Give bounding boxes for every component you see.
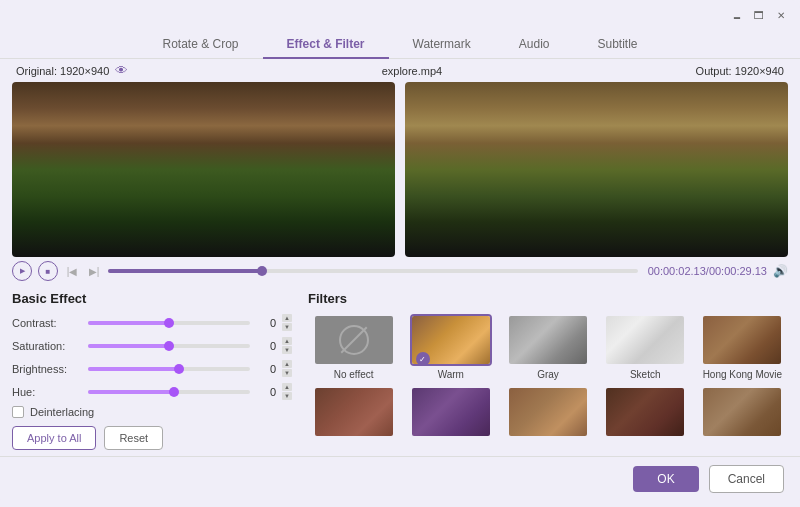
filter-preview-r4 [509,388,587,436]
hue-down[interactable]: ▼ [282,392,292,400]
filter-hk[interactable]: Hong Kong Movie [697,314,788,380]
filter-check-warm: ✓ [416,352,430,366]
basic-effect-panel: Basic Effect Contrast: 0 ▲ ▼ Saturation:… [12,291,292,450]
saturation-thumb[interactable] [164,341,174,351]
saturation-fill [88,344,169,348]
play-button[interactable]: ▶ [12,261,32,281]
contrast-down[interactable]: ▼ [282,323,292,331]
filter-thumb-sketch [604,314,686,366]
contrast-label: Contrast: [12,317,82,329]
close-button[interactable]: ✕ [774,8,788,22]
ok-button[interactable]: OK [633,466,698,492]
no-effect-icon [339,325,369,355]
brightness-spinner[interactable]: ▲ ▼ [282,360,292,377]
filter-thumb-r6 [701,386,783,438]
hue-fill [88,390,174,394]
time-display: 00:00:02.13/00:00:29.13 [648,265,767,277]
filter-thumb-r3 [410,386,492,438]
contrast-fill [88,321,169,325]
filter-preview-no-effect [315,316,393,364]
output-resolution: Output: 1920×940 [696,65,784,77]
hue-row: Hue: 0 ▲ ▼ [12,383,292,400]
hue-spinner[interactable]: ▲ ▼ [282,383,292,400]
contrast-up[interactable]: ▲ [282,314,292,322]
volume-icon[interactable]: 🔊 [773,264,788,278]
no-effect-line [340,327,367,354]
filter-preview-r2 [315,388,393,436]
filter-r4[interactable] [502,386,593,441]
filter-no-effect[interactable]: No effect [308,314,399,380]
video-preview-output [405,82,788,257]
filter-r5[interactable] [600,386,691,441]
deinterlace-label: Deinterlacing [30,406,94,418]
progress-bar-fill [108,269,262,273]
video-info-row: Original: 1920×940 👁 explore.mp4 Output:… [0,59,800,82]
filter-preview-sketch [606,316,684,364]
filter-preview-r5 [606,388,684,436]
brightness-fill [88,367,179,371]
saturation-down[interactable]: ▼ [282,346,292,354]
filter-r3[interactable] [405,386,496,441]
progress-bar[interactable] [108,269,638,273]
tab-watermark[interactable]: Watermark [389,31,495,59]
contrast-value: 0 [256,317,276,329]
basic-effect-title: Basic Effect [12,291,292,306]
progress-thumb[interactable] [257,266,267,276]
apply-to-all-button[interactable]: Apply to All [12,426,96,450]
brightness-down[interactable]: ▼ [282,369,292,377]
maximize-button[interactable]: 🗖 [752,8,766,22]
filter-r6[interactable] [697,386,788,441]
filter-warm[interactable]: ✓ Warm [405,314,496,380]
deinterlace-checkbox[interactable] [12,406,24,418]
brightness-thumb[interactable] [174,364,184,374]
video-panel-original [12,82,395,257]
hue-up[interactable]: ▲ [282,383,292,391]
filter-sketch[interactable]: Sketch [600,314,691,380]
skip-back-button[interactable]: |◀ [64,263,80,279]
tab-audio[interactable]: Audio [495,31,574,59]
saturation-slider[interactable] [88,344,250,348]
filter-preview-r6 [703,388,781,436]
saturation-spinner[interactable]: ▲ ▼ [282,337,292,354]
brightness-label: Brightness: [12,363,82,375]
playback-controls: ▶ ■ |◀ ▶| 00:00:02.13/00:00:29.13 🔊 [0,257,800,285]
brightness-slider[interactable] [88,367,250,371]
filter-preview-hk [703,316,781,364]
filter-gray[interactable]: Gray [502,314,593,380]
tab-rotate-crop[interactable]: Rotate & Crop [138,31,262,59]
footer: OK Cancel [0,456,800,501]
filter-thumb-r5 [604,386,686,438]
tab-subtitle[interactable]: Subtitle [573,31,661,59]
contrast-slider[interactable] [88,321,250,325]
reset-button[interactable]: Reset [104,426,163,450]
tabs-bar: Rotate & Crop Effect & Filter Watermark … [0,30,800,59]
hue-value: 0 [256,386,276,398]
contrast-spinner[interactable]: ▲ ▼ [282,314,292,331]
eye-icon[interactable]: 👁 [115,63,128,78]
filter-preview-r3 [412,388,490,436]
video-panel-output [405,82,788,257]
filter-label-no-effect: No effect [334,369,374,380]
skip-forward-button[interactable]: ▶| [86,263,102,279]
saturation-up[interactable]: ▲ [282,337,292,345]
brightness-up[interactable]: ▲ [282,360,292,368]
filter-thumb-no-effect [313,314,395,366]
filter-thumb-hk [701,314,783,366]
deinterlace-row: Deinterlacing [12,406,292,418]
hue-slider[interactable] [88,390,250,394]
filter-label-sketch: Sketch [630,369,661,380]
minimize-button[interactable]: 🗕 [730,8,744,22]
saturation-label: Saturation: [12,340,82,352]
tab-effect-filter[interactable]: Effect & Filter [263,31,389,59]
filter-r2[interactable] [308,386,399,441]
filter-thumb-warm: ✓ [410,314,492,366]
cancel-button[interactable]: Cancel [709,465,784,493]
stop-button[interactable]: ■ [38,261,58,281]
saturation-value: 0 [256,340,276,352]
contrast-row: Contrast: 0 ▲ ▼ [12,314,292,331]
brightness-value: 0 [256,363,276,375]
contrast-thumb[interactable] [164,318,174,328]
hue-thumb[interactable] [169,387,179,397]
filter-thumb-r4 [507,386,589,438]
filter-label-gray: Gray [537,369,559,380]
